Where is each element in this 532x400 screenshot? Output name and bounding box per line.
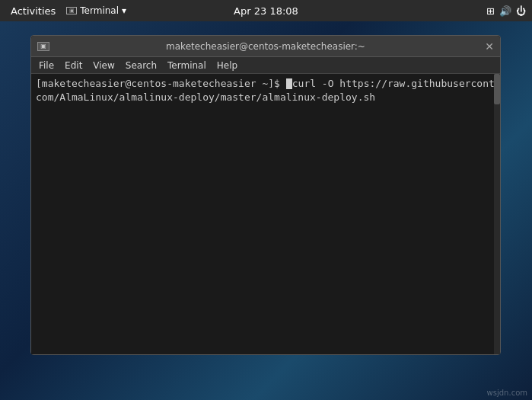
menu-search[interactable]: Search [121,59,161,72]
terminal-icon: ▣ [66,7,77,14]
topbar-left: Activities ▣ Terminal ▾ [6,4,126,18]
menu-help[interactable]: Help [212,59,242,72]
menu-view[interactable]: View [88,59,119,72]
terminal-title: maketecheasier@centos-maketecheasier:~ [166,41,365,52]
window-close-button[interactable]: ✕ [485,40,494,53]
volume-icon[interactable]: 🔊 [499,5,511,17]
terminal-content[interactable]: [maketecheasier@centos-maketecheasier ~]… [31,74,500,354]
menu-terminal[interactable]: Terminal [163,59,211,72]
network-icon[interactable]: ⊞ [486,5,495,17]
topbar-clock: Apr 23 18:08 [234,5,298,17]
terminal-menubar: File Edit View Search Terminal Help [31,57,500,74]
activities-button[interactable]: Activities [6,4,60,18]
terminal-command-line: [maketecheasier@centos-maketecheasier ~]… [36,77,495,91]
watermark: wsjdn.com [487,389,527,397]
titlebar-left: ▣ [37,42,49,51]
terminal-window: ▣ maketecheasier@centos-maketecheasier:~… [30,35,501,355]
topbar-dropdown-arrow[interactable]: ▾ [122,5,126,16]
window-minimize-icon[interactable]: ▣ [37,42,49,51]
terminal-command-line2: com/AlmaLinux/almalinux-deploy/master/al… [36,91,495,104]
topbar: Activities ▣ Terminal ▾ Apr 23 18:08 ⊞ 🔊… [0,0,532,21]
power-icon[interactable]: ⏻ [516,5,526,17]
menu-file[interactable]: File [34,59,59,72]
topbar-app-name: Terminal [80,5,119,16]
terminal-cursor [286,78,292,89]
terminal-titlebar: ▣ maketecheasier@centos-maketecheasier:~… [31,36,500,57]
topbar-app-indicator[interactable]: ▣ Terminal ▾ [66,5,126,16]
menu-edit[interactable]: Edit [60,59,87,72]
topbar-right: ⊞ 🔊 ⏻ [486,5,526,17]
desktop: ▣ maketecheasier@centos-maketecheasier:~… [0,21,532,400]
terminal-prompt: [maketecheasier@centos-maketecheasier ~]… [36,78,286,89]
scrollbar-thumb[interactable] [494,74,500,104]
terminal-scrollbar[interactable] [494,74,500,354]
